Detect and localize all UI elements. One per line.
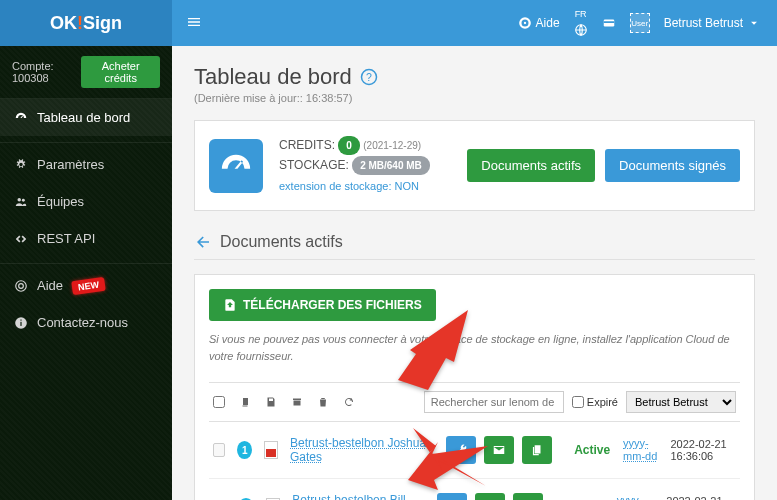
avatar-alt: User [631, 19, 648, 28]
mail-button[interactable] [475, 493, 505, 500]
lang-code: FR [575, 10, 587, 19]
logo-ok: OK [50, 13, 77, 34]
copy-icon[interactable] [239, 396, 251, 408]
gears-icon [14, 158, 28, 172]
document-link[interactable]: Betrust-bestelbon Bill Gates [292, 493, 425, 500]
nav-label: REST API [37, 231, 95, 246]
upload-button[interactable]: TÉLÉCHARGER DES FICHIERS [209, 289, 436, 321]
storage-extension-link[interactable]: extension de stockage: NON [279, 180, 419, 192]
signer-count-badge: 1 [237, 441, 252, 459]
storage-label: STOCKAGE: [279, 158, 349, 172]
arrow-left-icon[interactable] [194, 233, 212, 251]
delete-icon[interactable] [317, 396, 329, 408]
sidebar: Compte: 100308 Acheter crédits Tableau d… [0, 46, 172, 500]
gauge-icon [209, 139, 263, 193]
lifebuoy-icon [14, 279, 28, 293]
expire-filter[interactable]: Expiré [572, 396, 618, 408]
svg-text:?: ? [366, 71, 372, 83]
expire-label: Expiré [587, 396, 618, 408]
avatar: User [630, 13, 650, 33]
nav-teams[interactable]: Équipes [0, 183, 172, 220]
copy-button[interactable] [513, 493, 543, 500]
credits-value: 0 [338, 136, 360, 155]
help-label: Aide [536, 16, 560, 30]
nav-restapi[interactable]: REST API [0, 220, 172, 257]
select-all-checkbox[interactable] [213, 396, 225, 408]
timestamp: 2022-02-21 16:36:05 [666, 495, 736, 500]
svg-rect-2 [603, 21, 614, 23]
svg-point-3 [18, 197, 22, 201]
card-icon [602, 16, 616, 30]
user-menu[interactable]: Betrust Betrust [664, 16, 761, 30]
file-upload-icon [223, 298, 237, 312]
date-link[interactable]: yyyy-mm-dd [617, 494, 655, 500]
nav-help[interactable]: Aide NEW [0, 263, 172, 304]
nav-dashboard[interactable]: Tableau de bord [0, 99, 172, 136]
date-link[interactable]: yyyy-mm-dd [623, 437, 658, 463]
lifebuoy-icon [518, 16, 532, 30]
credits-label: CREDITS: [279, 138, 335, 152]
nav-label: Contactez-nous [37, 315, 128, 330]
nav-label: Paramètres [37, 157, 104, 172]
table-row: 1 Betrust-bestelbon Bill Gates Active yy… [209, 479, 740, 500]
section-header: Documents actifs [194, 233, 755, 260]
buy-credits-button[interactable]: Acheter crédits [81, 56, 160, 88]
users-icon [14, 195, 28, 209]
upload-label: TÉLÉCHARGER DES FICHIERS [243, 298, 422, 312]
refresh-icon[interactable] [343, 396, 355, 408]
edit-button[interactable] [437, 493, 467, 500]
pdf-icon [264, 441, 278, 459]
storage-value: 2 MB/640 MB [352, 156, 430, 175]
svg-point-6 [19, 283, 24, 288]
page-subtitle: (Dernière mise à jour:: 16:38:57) [194, 92, 755, 104]
language-switch[interactable]: FR [574, 10, 588, 37]
search-input[interactable] [424, 391, 564, 413]
mail-button[interactable] [484, 436, 514, 464]
svg-rect-9 [20, 319, 21, 320]
mail-icon [492, 443, 506, 457]
page-title-text: Tableau de bord [194, 64, 352, 90]
globe-icon [574, 23, 588, 37]
account-label: Compte: 100308 [12, 60, 81, 84]
timestamp: 2022-02-21 16:36:06 [670, 438, 736, 462]
archive-icon[interactable] [291, 396, 303, 408]
save-icon[interactable] [265, 396, 277, 408]
copy-button[interactable] [522, 436, 552, 464]
nav-contact[interactable]: Contactez-nous [0, 304, 172, 341]
edit-button[interactable] [446, 436, 476, 464]
help-link[interactable]: Aide [518, 16, 560, 30]
new-badge: NEW [71, 276, 106, 294]
section-title: Documents actifs [220, 233, 343, 251]
table-row: 1 Betrust-bestelbon Joshua Gates Active … [209, 422, 740, 479]
logo-sign: Sign [83, 13, 122, 34]
status-label: Active [574, 443, 611, 457]
code-icon [14, 232, 28, 246]
svg-rect-8 [20, 321, 21, 325]
documents-panel: TÉLÉCHARGER DES FICHIERS Si vous ne pouv… [194, 274, 755, 500]
row-checkbox[interactable] [213, 443, 225, 457]
main-content: Tableau de bord ? (Dernière mise à jour:… [172, 46, 777, 500]
question-icon[interactable]: ? [360, 68, 378, 86]
credits-date: (2021-12-29) [363, 140, 421, 151]
nav-settings[interactable]: Paramètres [0, 142, 172, 183]
stats-card: CREDITS: 0 (2021-12-29) STOCKAGE: 2 MB/6… [194, 120, 755, 211]
topbar: OK!Sign Aide FR User Betrust Betrust [0, 0, 777, 46]
menu-toggle[interactable] [172, 14, 216, 33]
svg-point-5 [16, 280, 27, 291]
svg-point-4 [22, 198, 25, 201]
page-title: Tableau de bord ? [194, 64, 755, 90]
logo[interactable]: OK!Sign [0, 0, 172, 46]
document-link[interactable]: Betrust-bestelbon Joshua Gates [290, 436, 434, 464]
active-docs-button[interactable]: Documents actifs [467, 149, 595, 182]
nav-label: Aide [37, 278, 63, 293]
card-link[interactable] [602, 16, 616, 30]
nav-label: Tableau de bord [37, 110, 130, 125]
toolbar: Expiré Betrust Betrust [209, 382, 740, 422]
wrench-icon [454, 443, 468, 457]
caret-down-icon [747, 16, 761, 30]
upload-hint: Si vous ne pouvez pas vous connecter à v… [209, 331, 740, 364]
signed-docs-button[interactable]: Documents signés [605, 149, 740, 182]
copy-icon [530, 443, 544, 457]
owner-select[interactable]: Betrust Betrust [626, 391, 736, 413]
hamburger-icon [186, 14, 202, 30]
